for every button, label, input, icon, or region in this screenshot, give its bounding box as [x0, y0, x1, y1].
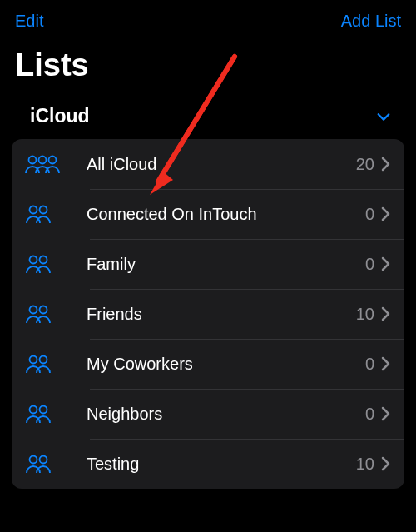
svg-point-4 [40, 206, 47, 214]
list-row-label: All iCloud [63, 155, 356, 174]
svg-point-5 [30, 256, 37, 264]
svg-point-9 [30, 356, 37, 364]
svg-point-14 [40, 456, 47, 464]
svg-point-10 [40, 356, 47, 364]
list-row-testing[interactable]: Testing 10 [12, 439, 404, 489]
chevron-right-icon [381, 456, 391, 471]
list-row-neighbors[interactable]: Neighbors 0 [12, 389, 404, 439]
chevron-right-icon [381, 356, 391, 371]
people-three-icon [23, 153, 63, 175]
svg-point-2 [49, 157, 57, 164]
list-row-count: 0 [365, 405, 374, 424]
svg-point-1 [39, 157, 47, 164]
list-row-count: 0 [365, 255, 374, 274]
chevron-right-icon [381, 306, 391, 321]
chevron-right-icon [381, 157, 391, 172]
people-two-icon [23, 453, 58, 475]
list-row-my-coworkers[interactable]: My Coworkers 0 [12, 339, 404, 389]
people-two-icon [23, 403, 58, 425]
add-list-button[interactable]: Add List [341, 12, 401, 31]
svg-point-3 [30, 206, 37, 214]
page-title: Lists [0, 36, 416, 98]
list-row-label: Testing [58, 455, 356, 474]
svg-point-11 [30, 406, 37, 414]
chevron-right-icon [381, 256, 391, 271]
svg-point-7 [30, 306, 37, 314]
top-bar: Edit Add List [0, 0, 416, 36]
list-row-all-icloud[interactable]: All iCloud 20 [12, 139, 404, 189]
list-row-count: 10 [356, 305, 374, 324]
list-row-friends[interactable]: Friends 10 [12, 289, 404, 339]
list-row-label: Neighbors [58, 405, 365, 424]
list-row-label: Family [58, 255, 365, 274]
list-row-connected-on-intouch[interactable]: Connected On InTouch 0 [12, 189, 404, 239]
svg-point-13 [30, 456, 37, 464]
list-row-count: 0 [365, 205, 374, 224]
list-row-family[interactable]: Family 0 [12, 239, 404, 289]
people-two-icon [23, 353, 58, 375]
list-row-count: 0 [365, 355, 374, 374]
people-two-icon [23, 253, 58, 275]
list-row-label: My Coworkers [58, 355, 365, 374]
chevron-right-icon [381, 206, 391, 221]
list-row-label: Connected On InTouch [58, 205, 365, 224]
list-row-label: Friends [58, 305, 356, 324]
list-card: All iCloud 20 Connected On InTouch 0 [12, 139, 404, 489]
chevron-right-icon [381, 406, 391, 421]
chevron-down-icon [376, 109, 391, 124]
section-header-icloud[interactable]: iCloud [0, 98, 416, 139]
list-row-count: 10 [356, 455, 374, 474]
section-title: iCloud [30, 105, 90, 127]
people-two-icon [23, 203, 58, 225]
svg-point-6 [40, 256, 47, 264]
svg-point-0 [29, 157, 37, 164]
svg-point-8 [40, 306, 47, 314]
edit-button[interactable]: Edit [15, 12, 43, 31]
list-row-count: 20 [356, 155, 374, 174]
svg-point-12 [40, 406, 47, 414]
people-two-icon [23, 303, 58, 325]
